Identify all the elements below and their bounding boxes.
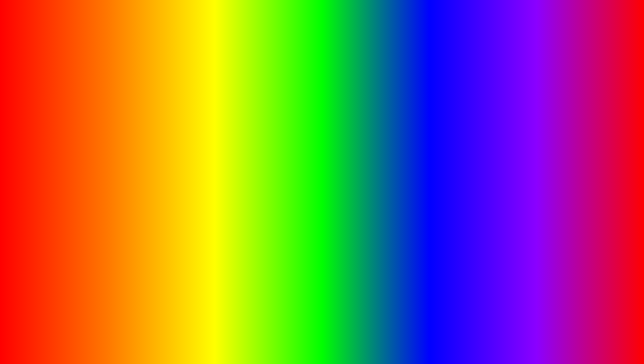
title-area: SLAP BATTLES (0, 5, 644, 72)
panel-right-item-4[interactable]: ◎ AutoReverse ⋮ (299, 167, 430, 177)
goldengodmode-label: GoldenGodmode (311, 159, 341, 164)
item-dots-r2[interactable]: ⋮ (421, 149, 426, 154)
checkmark-2: ✔ (192, 170, 217, 203)
panel-right-item-3[interactable]: ◎ GoldenGodmode ⋮ (299, 157, 430, 167)
script-label: SCRIPT (331, 319, 441, 353)
autoreverse-label: AutoReverse (311, 170, 334, 174)
spamspace-icon: ◎ (303, 128, 308, 133)
panel-right-nav: Combat Movement Abilities Gloves World (264, 114, 298, 207)
nav-item-abilities-right[interactable]: Abilities (266, 137, 296, 147)
auto-label: AUTO (46, 304, 190, 356)
antirockkill-icon: ◎ (303, 180, 308, 185)
android-label: ANDROID ✔ (10, 164, 217, 204)
panel-right-item-0[interactable]: ◎ SpamSpace ⋮ (299, 126, 430, 136)
goldendelay-label: GoldenDelay (311, 149, 334, 154)
main-title: SLAP BATTLES (84, 5, 561, 72)
mobile-android-section: MOBILE ✔ ANDROID ✔ (10, 124, 217, 204)
panel-right-titlebar: whopper battles ✕ (264, 104, 431, 114)
item-dots-r1[interactable]: ⋮ (421, 138, 426, 144)
panel-right-content-header: Abilities (299, 116, 430, 124)
antirockkill-label: AntiRockKill (311, 180, 332, 185)
bottom-text-area: AUTO FARM SCRIPT PASTEBIN (0, 303, 644, 357)
panel-right-title: whopper battles (268, 107, 298, 112)
nav-item-gloves-right[interactable]: Gloves (266, 147, 296, 157)
panel-right-item-5[interactable]: ◎ AntiRockKill ⋮ (299, 177, 430, 188)
nav-item-movement-right[interactable]: Movement (266, 126, 296, 136)
item-dots-r0[interactable]: ⋮ (421, 128, 426, 133)
panel-right: whopper battles ✕ Combat Movement Abilit… (264, 104, 432, 208)
item-dots-r3[interactable]: ⋮ (421, 159, 426, 164)
panel-right-item-2[interactable]: 〜 GoldenDelay ⋮ (299, 146, 430, 157)
panel-right-close[interactable]: ✕ (424, 106, 428, 112)
spamspace-label: SpamSpace (311, 128, 332, 133)
panel-left-titlebar: whopper battles ✕ (56, 104, 223, 114)
pastebin-label: PASTEBIN (449, 319, 598, 353)
item-dots-r5[interactable]: ⋮ (421, 180, 426, 185)
mobile-label: MOBILE ✔ (10, 124, 217, 164)
nav-item-world-right[interactable]: World (266, 157, 296, 167)
goldengodmode-icon: ◎ (303, 159, 308, 164)
panel-right-content: Abilities ◎ SpamSpace ⋮ ◎ AntiTimeStop ⋮ (298, 114, 431, 207)
panel-left-title: whopper battles (59, 107, 90, 112)
antitimestop-label: AntiTimeStop (311, 139, 335, 143)
autoreverse-icon: ◎ (303, 169, 308, 175)
goldendelay-icon: 〜 (303, 149, 308, 154)
item-dots-r4[interactable]: ⋮ (421, 169, 426, 175)
panel-right-body: Combat Movement Abilities Gloves World A… (264, 114, 431, 207)
main-container: SLAP BATTLES MOBILE ✔ ANDROID ✔ whopper … (0, 0, 644, 364)
farm-label: FARM (190, 304, 323, 356)
antitimestop-icon: ◎ (303, 138, 308, 144)
panel-left-close[interactable]: ✕ (216, 106, 220, 112)
checkmark-1: ✔ (163, 130, 188, 163)
nav-item-combat-right[interactable]: Combat (266, 116, 296, 126)
panel-right-item-1[interactable]: ◎ AntiTimeStop ⋮ (299, 136, 430, 146)
